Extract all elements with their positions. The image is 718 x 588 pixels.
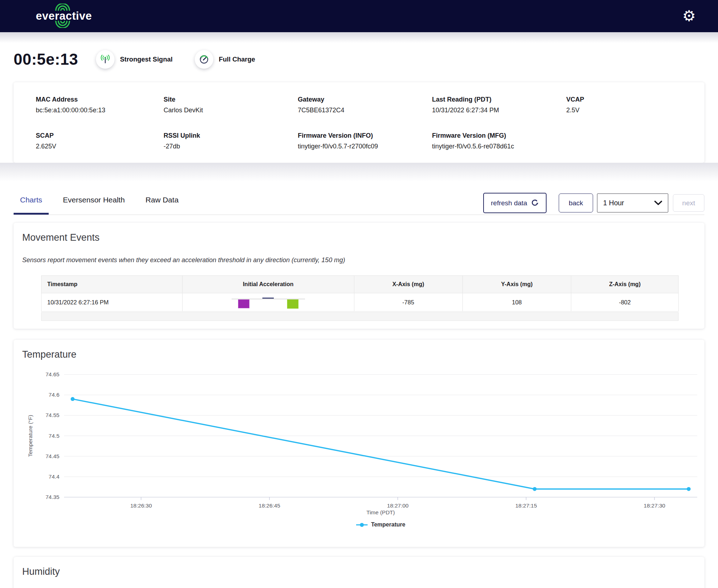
temperature-title: Temperature bbox=[22, 349, 77, 360]
minibar-bar bbox=[262, 298, 274, 299]
info-value: bc:5e:a1:00:00:00:5e:13 bbox=[36, 107, 164, 114]
signal-arcs-bottom-icon bbox=[55, 21, 71, 28]
col-header-timestamp: Timestamp bbox=[42, 276, 183, 293]
info-label: VCAP bbox=[566, 96, 697, 103]
movement-events-card: Movement Events Sensors report movement … bbox=[14, 223, 704, 329]
info-field-gateway: Gateway 7C5BE61372C4 bbox=[298, 96, 432, 120]
info-field-last-reading: Last Reading (PDT) 10/31/2022 6:27:34 PM bbox=[432, 96, 566, 120]
next-button[interactable]: next bbox=[673, 194, 704, 212]
info-field-fw-info: Firmware Version (INFO) tinytiger-f0/v0.… bbox=[298, 132, 432, 156]
info-value: -27db bbox=[164, 143, 298, 150]
info-label: MAC Address bbox=[36, 96, 164, 103]
time-range-value: 1 Hour bbox=[603, 199, 624, 207]
svg-text:18:26:45: 18:26:45 bbox=[259, 503, 280, 508]
movement-events-subtitle: Sensors report movement events when they… bbox=[22, 256, 345, 264]
tab-list: Charts Eversensor Health Raw Data bbox=[14, 192, 193, 215]
svg-text:74.45: 74.45 bbox=[45, 453, 59, 459]
everactive-logo[interactable]: ever a ctive bbox=[36, 10, 92, 23]
time-range-select[interactable]: 1 Hour bbox=[597, 193, 668, 212]
cell-timestamp: 10/31/2022 6:27:16 PM bbox=[42, 293, 183, 312]
table-footer-strip bbox=[41, 312, 679, 321]
info-field-site: Site Carlos DevKit bbox=[164, 96, 298, 120]
signal-arcs-top-icon bbox=[55, 4, 71, 11]
col-header-initial-acceleration: Initial Acceleration bbox=[182, 276, 354, 293]
svg-text:18:27:00: 18:27:00 bbox=[387, 503, 409, 508]
refresh-icon bbox=[531, 199, 539, 207]
info-value: 2.625V bbox=[36, 143, 164, 150]
svg-text:18:27:30: 18:27:30 bbox=[644, 503, 665, 508]
col-header-x-axis: X-Axis (mg) bbox=[354, 276, 462, 293]
gauge-icon bbox=[195, 50, 213, 69]
navbar-shadow bbox=[0, 32, 718, 43]
antenna-icon bbox=[96, 50, 115, 69]
full-charge-badge: Full Charge bbox=[195, 50, 255, 69]
info-value: tinytiger-f0/v0.5.6-re078d61c bbox=[432, 143, 566, 150]
info-label: Gateway bbox=[298, 96, 432, 103]
legend-label: Temperature bbox=[371, 521, 406, 528]
info-field-rssi: RSSI Uplink -27db bbox=[164, 132, 298, 156]
info-value: 7C5BE61372C4 bbox=[298, 107, 432, 114]
svg-text:74.4: 74.4 bbox=[49, 474, 60, 480]
svg-text:Temperature (°F): Temperature (°F) bbox=[27, 415, 33, 457]
info-field-vcap: VCAP 2.5V bbox=[566, 96, 697, 120]
info-label: Site bbox=[164, 96, 298, 103]
info-field-fw-mfg: Firmware Version (MFG) tinytiger-f0/v0.5… bbox=[432, 132, 566, 156]
refresh-data-label: refresh data bbox=[491, 199, 527, 207]
cell-z-axis: -802 bbox=[571, 293, 679, 312]
info-value: 2.5V bbox=[566, 107, 697, 114]
info-field-mac: MAC Address bc:5e:a1:00:00:00:5e:13 bbox=[36, 96, 164, 120]
tab-raw-data[interactable]: Raw Data bbox=[139, 192, 185, 215]
device-id: 00:5e:13 bbox=[14, 50, 78, 68]
svg-text:18:26:30: 18:26:30 bbox=[130, 503, 152, 508]
section-divider-shadow bbox=[0, 163, 718, 181]
brand-text-a: a bbox=[59, 10, 66, 22]
minibar-bar bbox=[287, 299, 299, 309]
info-label: Firmware Version (MFG) bbox=[432, 132, 566, 139]
svg-text:74.6: 74.6 bbox=[49, 392, 59, 398]
info-value: tinytiger-f0/v0.5.7-r2700fc09 bbox=[298, 143, 432, 150]
minibar-bar bbox=[238, 299, 249, 308]
info-label: SCAP bbox=[36, 132, 164, 139]
temperature-chart-svg: 74.6574.674.5574.574.4574.474.3518:26:30… bbox=[17, 363, 701, 508]
tab-charts[interactable]: Charts bbox=[14, 192, 49, 215]
table-row: 10/31/2022 6:27:16 PM -785 108 -802 bbox=[42, 293, 679, 312]
brand-text-left: ever bbox=[36, 10, 59, 22]
movement-events-title: Movement Events bbox=[22, 232, 100, 243]
svg-text:74.35: 74.35 bbox=[45, 494, 59, 500]
tabs-row: Charts Eversensor Health Raw Data refres… bbox=[14, 192, 704, 215]
brand-text-right: ctive bbox=[66, 10, 92, 22]
refresh-data-button[interactable]: refresh data bbox=[483, 193, 547, 213]
humidity-card: Humidity bbox=[14, 557, 704, 588]
col-header-y-axis: Y-Axis (mg) bbox=[462, 276, 571, 293]
device-info-card: MAC Address bc:5e:a1:00:00:00:5e:13 Site… bbox=[14, 82, 704, 163]
col-header-z-axis: Z-Axis (mg) bbox=[571, 276, 679, 293]
info-label: Last Reading (PDT) bbox=[432, 96, 566, 103]
back-button[interactable]: back bbox=[559, 193, 593, 212]
initial-acceleration-chart bbox=[232, 294, 305, 310]
strongest-signal-badge: Strongest Signal bbox=[96, 50, 173, 69]
device-header: 00:5e:13 Strongest Signal Full Cha bbox=[14, 49, 255, 69]
brand-letter-a: a bbox=[59, 10, 66, 23]
temperature-card: Temperature 74.6574.674.5574.574.4574.47… bbox=[14, 340, 704, 547]
gear-icon[interactable]: ⚙ bbox=[682, 9, 696, 24]
info-label: RSSI Uplink bbox=[164, 132, 298, 139]
svg-text:74.5: 74.5 bbox=[49, 433, 59, 439]
chevron-down-icon bbox=[654, 201, 662, 205]
cell-initial-acceleration bbox=[182, 293, 354, 312]
legend-item-temperature[interactable]: Temperature bbox=[64, 521, 697, 528]
info-label: Firmware Version (INFO) bbox=[298, 132, 432, 139]
full-charge-label: Full Charge bbox=[219, 55, 255, 63]
tab-eversensor-health[interactable]: Eversensor Health bbox=[57, 192, 131, 215]
movement-events-table: Timestamp Initial Acceleration X-Axis (m… bbox=[41, 275, 679, 312]
svg-text:74.65: 74.65 bbox=[45, 371, 59, 377]
svg-text:74.55: 74.55 bbox=[45, 412, 59, 418]
legend-marker-icon bbox=[356, 523, 368, 527]
info-field-empty bbox=[566, 132, 697, 156]
info-field-scap: SCAP 2.625V bbox=[36, 132, 164, 156]
table-header-row: Timestamp Initial Acceleration X-Axis (m… bbox=[42, 276, 679, 293]
x-axis-title: Time (PDT) bbox=[64, 509, 697, 516]
cell-x-axis: -785 bbox=[354, 293, 462, 312]
chart-toolbar: refresh data back 1 Hour next bbox=[483, 193, 704, 213]
info-value: Carlos DevKit bbox=[164, 107, 298, 114]
navbar: ever a ctive ⚙ bbox=[0, 0, 718, 32]
